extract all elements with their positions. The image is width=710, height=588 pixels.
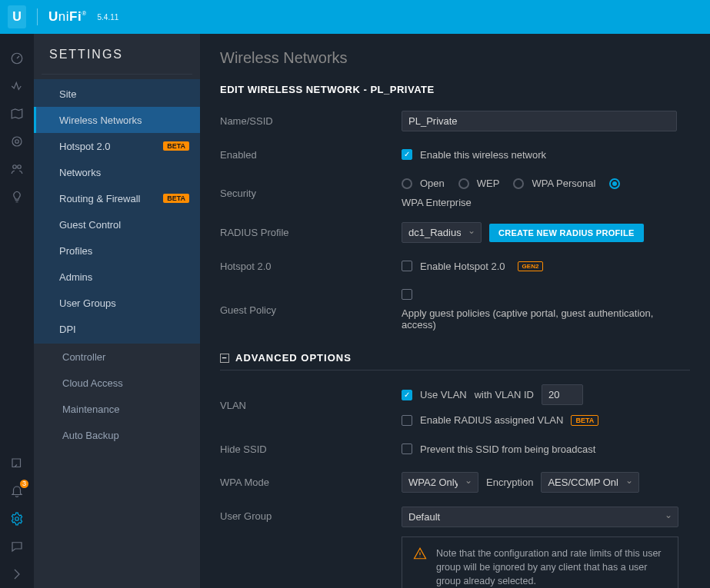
sidebar-item-profiles[interactable]: Profiles [34, 238, 200, 264]
enabled-text: Enable this wireless network [420, 149, 546, 161]
vlan-id-input[interactable] [542, 384, 583, 405]
chat-icon[interactable] [0, 533, 34, 560]
advanced-options-toggle[interactable]: – ADVANCED OPTIONS [220, 352, 690, 370]
devices-icon[interactable] [0, 128, 34, 155]
sidebar-item-maintenance[interactable]: Maintenance [43, 396, 197, 422]
sidebar-item-cloud-access[interactable]: Cloud Access [43, 370, 197, 396]
svg-point-2 [12, 137, 22, 146]
brand-icon: U [8, 5, 26, 28]
sidebar-item-user-groups[interactable]: User Groups [34, 290, 200, 316]
page-title: Wireless Networks [220, 49, 690, 67]
security-open-radio[interactable] [402, 178, 412, 189]
label-user-group: User Group [220, 507, 402, 522]
top-bar: U UniFi® 5.4.11 [0, 0, 710, 34]
settings-sidebar: SETTINGS Site Wireless Networks Hotspot … [34, 34, 200, 588]
stats-icon[interactable] [0, 72, 34, 100]
warning-icon [413, 546, 427, 560]
sidebar-item-guest-control[interactable]: Guest Control [34, 211, 200, 238]
label-hotspot: Hotspot 2.0 [220, 261, 402, 272]
label-encryption: Encryption [486, 477, 533, 488]
security-wpa-enterprise-radio[interactable] [609, 178, 620, 189]
use-vlan-checkbox[interactable] [402, 390, 412, 400]
alerts-count: 3 [20, 480, 28, 488]
map-icon[interactable] [0, 100, 34, 128]
user-group-note: Note that the configuration and rate lim… [402, 537, 678, 588]
events-icon[interactable] [0, 450, 34, 477]
label-hide-ssid: Hide SSID [220, 443, 402, 455]
radius-vlan-checkbox[interactable] [402, 415, 412, 426]
settings-icon[interactable] [0, 505, 34, 533]
site-settings-group: Site Wireless Networks Hotspot 2.0BETA N… [34, 79, 200, 344]
sidebar-item-routing-firewall[interactable]: Routing & FirewallBETA [34, 185, 200, 211]
clients-icon[interactable] [0, 155, 34, 183]
encryption-select[interactable]: AES/CCMP Only [541, 472, 639, 493]
sidebar-item-admins[interactable]: Admins [34, 264, 200, 290]
insights-icon[interactable] [0, 183, 34, 211]
sidebar-title: SETTINGS [34, 34, 200, 74]
sidebar-item-site[interactable]: Site [34, 81, 200, 107]
divider [37, 8, 38, 25]
svg-point-5 [15, 517, 19, 521]
sidebar-item-dpi[interactable]: DPI [34, 316, 200, 342]
icon-rail: 3 [0, 34, 34, 588]
brand-logo: UniFi® [48, 9, 87, 25]
guest-checkbox[interactable] [402, 289, 412, 300]
gen2-badge: GEN2 [518, 261, 544, 271]
alerts-icon[interactable]: 3 [0, 477, 34, 505]
user-group-select[interactable]: Default [402, 507, 678, 527]
dashboard-icon[interactable] [0, 45, 34, 72]
label-guest: Guest Policy [220, 304, 402, 316]
sidebar-item-wireless-networks[interactable]: Wireless Networks [34, 107, 200, 133]
sidebar-item-auto-backup[interactable]: Auto Backup [43, 422, 197, 448]
wpa-mode-select[interactable]: WPA2 Only [402, 472, 478, 493]
edit-heading: EDIT WIRELESS NETWORK - PL_PRIVATE [220, 84, 690, 95]
radius-profile-select[interactable]: dc1_Radius [402, 222, 482, 243]
version-label: 5.4.11 [98, 13, 119, 22]
beta-badge: BETA [571, 415, 598, 426]
collapse-icon: – [220, 354, 229, 363]
sidebar-item-networks[interactable]: Networks [34, 159, 200, 185]
expand-icon[interactable] [0, 560, 34, 588]
label-wpa-mode: WPA Mode [220, 477, 402, 488]
enabled-checkbox[interactable] [402, 149, 412, 160]
label-security: Security [220, 188, 402, 199]
security-wpa-personal-radio[interactable] [513, 178, 524, 189]
security-wep-radio[interactable] [458, 178, 469, 189]
create-radius-button[interactable]: CREATE NEW RADIUS PROFILE [489, 224, 644, 242]
sidebar-item-hotspot20[interactable]: Hotspot 2.0BETA [34, 133, 200, 159]
label-ssid: Name/SSID [220, 115, 402, 127]
label-enabled: Enabled [220, 149, 402, 161]
svg-point-1 [15, 140, 19, 144]
svg-point-3 [13, 165, 17, 169]
hide-ssid-checkbox[interactable] [402, 443, 412, 454]
ssid-input[interactable] [402, 111, 677, 131]
main-content: Wireless Networks EDIT WIRELESS NETWORK … [200, 34, 710, 588]
svg-point-4 [18, 165, 22, 169]
hotspot-checkbox[interactable] [402, 261, 412, 271]
sidebar-item-controller[interactable]: Controller [43, 344, 197, 370]
label-radius: RADIUS Profile [220, 227, 402, 238]
label-vlan: VLAN [220, 400, 402, 411]
